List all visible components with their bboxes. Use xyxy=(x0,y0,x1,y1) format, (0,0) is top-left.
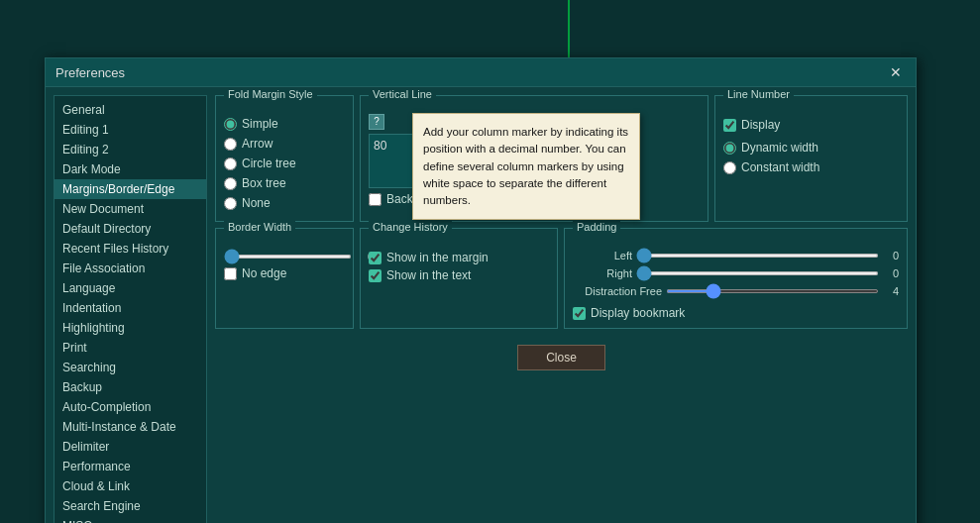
distraction-free-value: 4 xyxy=(883,285,899,297)
dialog-titlebar: Preferences ✕ xyxy=(46,58,916,87)
sidebar-item-highlighting[interactable]: Highlighting xyxy=(54,318,206,338)
close-icon[interactable]: ✕ xyxy=(886,64,906,80)
dialog-footer: Close xyxy=(215,335,908,378)
distraction-free-label: Distraction Free xyxy=(573,285,662,297)
sidebar-item-marginsborderedge[interactable]: Margins/Border/Edge xyxy=(54,179,206,199)
change-history-section: Change History Show in the margin Show i… xyxy=(360,228,558,329)
dialog-title: Preferences xyxy=(55,65,125,80)
distraction-free-slider[interactable] xyxy=(666,289,879,293)
display-bookmark-checkbox[interactable] xyxy=(573,307,586,320)
sidebar-item-file-association[interactable]: File Association xyxy=(54,259,206,278)
show-text-label: Show in the text xyxy=(386,268,471,282)
padding-right-value: 0 xyxy=(883,267,899,279)
no-edge-checkbox[interactable] xyxy=(224,267,237,280)
sidebar-item-search-engine[interactable]: Search Engine xyxy=(54,496,206,516)
show-margin-checkbox-label[interactable]: Show in the margin xyxy=(369,251,549,264)
fold-margin-option-label: Circle tree xyxy=(242,157,296,170)
fold-margin-option-none[interactable]: None xyxy=(224,193,345,213)
line-number-section: Line Number Display Dynamic width xyxy=(714,95,908,222)
fold-margin-label: Fold Margin Style xyxy=(224,88,317,100)
padding-right-row: Right 0 xyxy=(573,264,899,282)
border-width-slider[interactable] xyxy=(224,255,352,259)
display-bookmark-label: Display bookmark xyxy=(591,306,685,320)
fold-margin-radio-none[interactable] xyxy=(224,197,237,210)
display-label: Display xyxy=(741,118,780,132)
sidebar-item-delimiter[interactable]: Delimiter xyxy=(54,437,206,457)
padding-left-label: Left xyxy=(573,250,632,262)
padding-right-slider[interactable] xyxy=(636,271,879,275)
sidebar-item-recent-files-history[interactable]: Recent Files History xyxy=(54,239,206,259)
tooltip-text: Add your column marker by indicating its… xyxy=(423,126,628,206)
line-number-label: Line Number xyxy=(723,88,794,100)
sidebar-item-editing-1[interactable]: Editing 1 xyxy=(54,120,206,140)
fold-margin-option-simple[interactable]: Simple xyxy=(224,114,345,134)
sidebar-item-language[interactable]: Language xyxy=(54,278,206,298)
sidebar-item-print[interactable]: Print xyxy=(54,338,206,358)
fold-margin-option-arrow[interactable]: Arrow xyxy=(224,134,345,154)
vertical-line-value: 80 xyxy=(374,139,386,153)
fold-margin-option-label: Arrow xyxy=(242,137,272,151)
sidebar-item-general[interactable]: General xyxy=(54,100,206,120)
fold-margin-radio-simple[interactable] xyxy=(224,118,237,131)
sidebar-item-editing-2[interactable]: Editing 2 xyxy=(54,140,206,159)
sidebar-item-dark-mode[interactable]: Dark Mode xyxy=(54,159,206,179)
sidebar-item-cloud--link[interactable]: Cloud & Link xyxy=(54,476,206,496)
border-width-slider-row: 0 xyxy=(224,247,345,266)
dynamic-width-label: Dynamic width xyxy=(741,141,818,155)
display-bookmark-checkbox-label[interactable]: Display bookmark xyxy=(573,306,899,320)
border-width-label: Border Width xyxy=(224,221,295,233)
sidebar: GeneralEditing 1Editing 2Dark ModeMargin… xyxy=(54,95,207,523)
sidebar-item-backup[interactable]: Backup xyxy=(54,377,206,397)
show-text-checkbox-label[interactable]: Show in the text xyxy=(369,268,549,282)
bg-mode-checkbox[interactable] xyxy=(369,193,381,206)
preferences-dialog: Preferences ✕ Add your column marker by … xyxy=(45,57,917,523)
fold-margin-radio-circle-tree[interactable] xyxy=(224,157,237,170)
fold-margin-radio-box-tree[interactable] xyxy=(224,177,237,190)
distraction-free-row: Distraction Free 4 xyxy=(573,282,899,300)
border-width-section: Border Width 0 No edge xyxy=(215,228,354,329)
no-edge-label: No edge xyxy=(242,266,286,280)
padding-label: Padding xyxy=(573,221,620,233)
dynamic-width-radio-label[interactable]: Dynamic width xyxy=(723,138,899,157)
show-margin-checkbox[interactable] xyxy=(369,252,381,264)
fold-margin-option-label: None xyxy=(242,196,271,210)
tooltip-popup: Add your column marker by indicating its… xyxy=(412,113,640,220)
show-margin-label: Show in the margin xyxy=(386,251,489,264)
padding-right-label: Right xyxy=(573,267,632,279)
sidebar-item-searching[interactable]: Searching xyxy=(54,358,206,377)
line-num-options: Display Dynamic width Constant width xyxy=(723,118,899,177)
display-checkbox[interactable] xyxy=(723,119,736,132)
sidebar-item-performance[interactable]: Performance xyxy=(54,457,206,476)
no-edge-checkbox-label[interactable]: No edge xyxy=(224,266,345,280)
padding-section: Padding Left 0 Right 0 Distraction Free xyxy=(564,228,908,329)
fold-margin-option-label: Simple xyxy=(242,117,278,131)
dynamic-width-radio[interactable] xyxy=(723,142,736,155)
fold-margin-option-box-tree[interactable]: Box tree xyxy=(224,173,345,193)
fold-margin-radio-arrow[interactable] xyxy=(224,138,237,151)
sidebar-item-indentation[interactable]: Indentation xyxy=(54,298,206,318)
fold-margin-options: SimpleArrowCircle treeBox treeNone xyxy=(224,114,345,213)
show-text-checkbox[interactable] xyxy=(369,269,381,282)
padding-left-value: 0 xyxy=(883,250,899,262)
tooltip-trigger-button[interactable]: ? xyxy=(369,114,384,130)
sidebar-item-new-document[interactable]: New Document xyxy=(54,199,206,219)
fold-margin-option-label: Box tree xyxy=(242,176,286,190)
constant-width-radio[interactable] xyxy=(723,161,736,174)
display-bookmark-row: Display bookmark xyxy=(573,306,899,320)
constant-width-label: Constant width xyxy=(741,160,819,174)
padding-left-row: Left 0 xyxy=(573,247,899,264)
sidebar-item-default-directory[interactable]: Default Directory xyxy=(54,219,206,239)
constant-width-radio-label[interactable]: Constant width xyxy=(723,157,899,177)
change-history-label: Change History xyxy=(369,221,452,233)
close-dialog-button[interactable]: Close xyxy=(517,345,605,370)
fold-margin-option-circle-tree[interactable]: Circle tree xyxy=(224,154,345,173)
fold-margin-section: Fold Margin Style SimpleArrowCircle tree… xyxy=(215,95,354,222)
display-checkbox-label[interactable]: Display xyxy=(723,118,899,132)
sidebar-item-misc[interactable]: MISC. xyxy=(54,516,206,523)
sidebar-item-multi-instance--date[interactable]: Multi-Instance & Date xyxy=(54,417,206,437)
padding-left-slider[interactable] xyxy=(636,254,879,258)
bottom-row: Border Width 0 No edge Change History xyxy=(215,228,908,329)
sidebar-item-auto-completion[interactable]: Auto-Completion xyxy=(54,397,206,417)
vertical-line-label: Vertical Line xyxy=(369,88,436,100)
